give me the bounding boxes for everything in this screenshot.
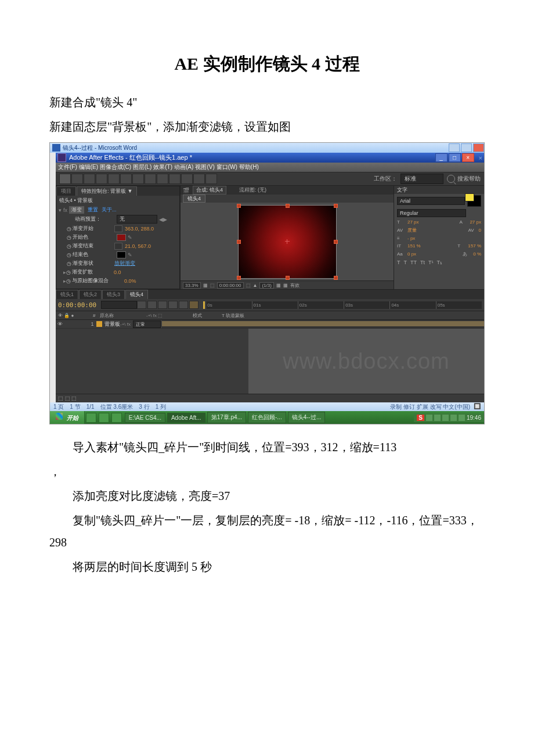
quicklaunch-icon[interactable]	[99, 413, 109, 423]
hscale-value[interactable]: 157 %	[468, 243, 481, 249]
timeline-tab-active[interactable]: 镜头4	[125, 290, 148, 299]
timeline-control-icon[interactable]	[147, 301, 157, 309]
stopwatch-icon[interactable]: ◷	[67, 252, 71, 258]
stopwatch-icon[interactable]: ◷	[67, 235, 71, 240]
tray-icon[interactable]	[426, 415, 432, 421]
project-tab[interactable]: 项目	[56, 186, 76, 196]
kerning-value[interactable]: 度量	[407, 227, 417, 233]
viewer-footer-icon[interactable]: ▦	[283, 283, 288, 288]
status-icon[interactable]: 🔲	[474, 403, 481, 411]
brush-tool-icon[interactable]	[169, 174, 181, 184]
font-style-dropdown[interactable]: Regular	[397, 209, 466, 217]
taskbar-app[interactable]: 镜头4--过...	[288, 412, 326, 423]
camera-tool-icon[interactable]	[108, 174, 120, 184]
close-button[interactable]	[473, 143, 484, 152]
layer-name[interactable]: 背景板	[104, 321, 120, 328]
timeline-control-icon[interactable]	[158, 301, 167, 309]
allcaps-button[interactable]: TT	[410, 260, 417, 265]
baseline-value[interactable]: 0 px	[407, 251, 416, 257]
quicklaunch-icon[interactable]	[111, 413, 122, 423]
col-source[interactable]: 原名称	[100, 312, 146, 319]
viewer-comp-tab[interactable]: 合成: 镜头4	[193, 186, 226, 195]
eraser-tool-icon[interactable]	[193, 174, 205, 184]
tsume-value[interactable]: 0 %	[473, 251, 481, 257]
stopwatch-icon[interactable]: ◷	[66, 278, 71, 284]
position-picker-icon[interactable]	[114, 243, 122, 250]
rotate-tool-icon[interactable]	[96, 174, 107, 184]
viewer-flow-label[interactable]: 流程图: (无)	[239, 186, 266, 194]
clone-tool-icon[interactable]	[181, 174, 193, 184]
font-family-dropdown[interactable]: Arial	[397, 197, 465, 205]
tray-icon[interactable]	[442, 415, 449, 421]
workspace-dropdown[interactable]: 标准	[400, 174, 443, 184]
effect-controls-tab[interactable]: 特效控制台: 背景板 ▼	[77, 186, 137, 196]
start-button[interactable]: 开始	[50, 411, 85, 424]
viewer-footer-label[interactable]: 有效	[290, 282, 300, 289]
viewer-footer-icon[interactable]: ▲	[253, 283, 258, 288]
viewer-footer-icon[interactable]: ▦	[203, 283, 208, 288]
playhead-icon[interactable]	[203, 301, 205, 309]
layer-row[interactable]: 👁 1 背景板 -+\ fx 正常	[56, 320, 484, 329]
taskbar-app[interactable]: E:\AE CS4...	[125, 413, 165, 423]
search-help[interactable]: 搜索帮助	[447, 175, 481, 183]
eyedropper-icon[interactable]: ✎	[128, 252, 132, 258]
taskbar-app[interactable]: Adobe Aft...	[167, 413, 205, 423]
layer-duration-bar[interactable]	[162, 321, 484, 326]
timeline-tab[interactable]: 镜头1	[56, 290, 78, 299]
quicklaunch-icon[interactable]	[86, 413, 96, 423]
col-mode[interactable]: 模式	[193, 312, 222, 319]
col-trkmat[interactable]: T 轨道蒙板	[222, 312, 257, 319]
position-picker-icon[interactable]	[114, 225, 122, 232]
handle-icon[interactable]	[334, 204, 338, 208]
menu-edit[interactable]: 编辑(E)	[79, 163, 98, 171]
vscale-value[interactable]: 151 %	[407, 243, 421, 249]
stopwatch-icon[interactable]: ◷	[67, 226, 71, 232]
twirl-icon[interactable]: ▾	[59, 207, 63, 213]
eyedropper-icon[interactable]: ✎	[128, 235, 132, 240]
menu-animation[interactable]: 动画(A)	[174, 163, 193, 171]
font-size-value[interactable]: 27 px	[407, 219, 419, 225]
handle-icon[interactable]	[334, 276, 338, 280]
ae-minimize-button[interactable]: _	[435, 153, 448, 162]
handle-icon[interactable]	[286, 204, 290, 208]
timeline-tab[interactable]: 镜头3	[102, 290, 125, 299]
fx-icon[interactable]: fx	[63, 207, 67, 213]
fill-stroke-swatch[interactable]	[467, 195, 481, 207]
effect-name[interactable]: 渐变	[69, 206, 84, 214]
tracking-value[interactable]: 0	[479, 228, 481, 233]
menu-effect[interactable]: 效果(T)	[153, 163, 172, 171]
pen-tool-icon[interactable]	[145, 174, 156, 184]
ramp-start-value[interactable]: 363.0, 288.0	[125, 226, 154, 232]
end-color-swatch[interactable]	[117, 251, 126, 258]
ramp-end-value[interactable]: 21.0, 567.0	[125, 243, 151, 249]
viewer-subtab[interactable]: 镜头4	[183, 195, 205, 203]
word-close-doc-button[interactable]: ×	[479, 154, 482, 161]
leading-value[interactable]: 27 px	[470, 219, 481, 225]
layer-color-swatch[interactable]	[96, 321, 102, 327]
handle-icon[interactable]	[237, 204, 241, 208]
timeline-control-icon[interactable]	[168, 301, 178, 309]
smallcaps-button[interactable]: Tt	[420, 260, 425, 265]
zoom-dropdown[interactable]: 33.3%	[183, 282, 201, 289]
handle-icon[interactable]	[237, 276, 241, 280]
tray-icon[interactable]	[450, 415, 457, 421]
viewer-footer-icon[interactable]: ▦	[276, 283, 281, 288]
viewer-footer-icon[interactable]: ⬚	[210, 283, 215, 288]
viewer-canvas[interactable]	[181, 203, 394, 280]
tray-icon[interactable]	[434, 415, 441, 421]
fill-color-swatch[interactable]	[465, 193, 474, 201]
zoom-tool-icon[interactable]	[84, 174, 95, 184]
timeline-control-icon[interactable]	[179, 301, 188, 309]
stopwatch-icon[interactable]: ◷	[67, 243, 71, 249]
layer-bar-area[interactable]	[162, 320, 484, 328]
handle-icon[interactable]	[237, 240, 241, 244]
system-tray[interactable]: S 19:46	[414, 413, 484, 422]
ramp-scatter-value[interactable]: 0.0	[114, 269, 121, 275]
handle-icon[interactable]	[334, 240, 338, 244]
selection-tool-icon[interactable]	[59, 174, 71, 184]
minimize-button[interactable]	[449, 143, 460, 152]
anim-preset-dropdown[interactable]: 无	[117, 215, 157, 224]
menu-file[interactable]: 文件(F)	[58, 163, 77, 171]
stopwatch-icon[interactable]: ◷	[67, 261, 71, 267]
timeline-control-icon[interactable]	[137, 301, 146, 309]
